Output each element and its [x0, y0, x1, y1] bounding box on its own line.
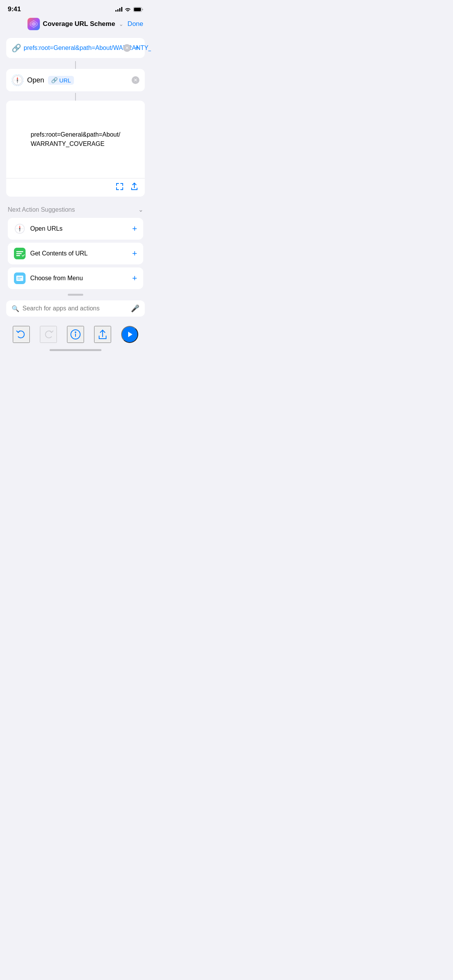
suggestions-chevron-icon[interactable]: ⌄ — [138, 206, 143, 213]
text-preview-content: prefs:root=General&path=About/WARRANTY_C… — [31, 130, 120, 149]
nav-bar: Coverage URL Scheme ⌄ Done — [0, 16, 151, 35]
suggestion-safari-icon — [14, 223, 26, 235]
app-icon — [27, 18, 40, 30]
svg-rect-22 — [16, 253, 22, 254]
search-input[interactable] — [22, 305, 128, 312]
signal-icon — [115, 7, 122, 12]
suggestion-choose-menu-icon — [14, 272, 26, 284]
safari-icon — [12, 74, 23, 86]
search-bar-wrapper: 🔍 🎤 — [0, 300, 151, 321]
suggestion-label-choose-menu: Choose from Menu — [30, 275, 127, 282]
wifi-icon — [125, 7, 131, 12]
url-pill-link-icon: 🔗 — [51, 77, 58, 83]
url-pill[interactable]: 🔗 URL — [48, 76, 74, 85]
url-pill-text: URL — [59, 77, 71, 84]
suggestion-get-contents-icon — [14, 248, 26, 259]
play-button[interactable] — [121, 326, 138, 343]
home-indicator — [50, 349, 101, 351]
suggestion-label-open-urls: Open URLs — [30, 225, 127, 232]
open-url-card: Open 🔗 URL ✕ — [6, 69, 145, 91]
main-content: 🔗 prefs:root=General&path=About/WARRANTY… — [0, 35, 151, 289]
svg-point-19 — [19, 228, 21, 230]
svg-point-11 — [17, 80, 18, 81]
nav-title: Coverage URL Scheme — [43, 20, 115, 28]
suggestions-header: Next Action Suggestions ⌄ — [8, 203, 143, 218]
expand-icon[interactable] — [115, 182, 124, 193]
suggestions-section: Next Action Suggestions ⌄ Open URLs + — [6, 203, 145, 289]
connector-line-2 — [75, 93, 76, 101]
open-url-clear-button[interactable]: ✕ — [132, 76, 139, 84]
suggestion-label-get-contents: Get Contents of URL — [30, 250, 127, 257]
status-bar: 9:41 — [0, 0, 151, 16]
undo-button[interactable] — [13, 326, 30, 343]
text-preview-footer — [6, 178, 145, 197]
url-text[interactable]: prefs:root=General&path=About/WARRANTY_C… — [24, 44, 121, 52]
mic-icon[interactable]: 🎤 — [131, 304, 139, 313]
redo-button[interactable] — [40, 326, 57, 343]
nav-title-group: Coverage URL Scheme ⌄ — [27, 18, 124, 30]
suggestion-add-open-urls[interactable]: + — [132, 224, 137, 234]
scroll-handle — [68, 294, 83, 296]
svg-point-31 — [75, 332, 76, 333]
suggestion-item-choose-menu[interactable]: Choose from Menu + — [8, 267, 143, 289]
status-icons — [115, 7, 143, 12]
link-icon: 🔗 — [12, 43, 21, 53]
suggestion-add-choose-menu[interactable]: + — [132, 273, 137, 283]
suggestion-item-open-urls[interactable]: Open URLs + — [8, 218, 143, 240]
open-label: Open — [27, 76, 44, 84]
text-preview-body: prefs:root=General&path=About/WARRANTY_C… — [6, 101, 145, 178]
search-bar[interactable]: 🔍 🎤 — [6, 300, 145, 317]
svg-rect-21 — [16, 251, 23, 252]
text-preview-card: prefs:root=General&path=About/WARRANTY_C… — [6, 101, 145, 197]
done-button[interactable]: Done — [127, 20, 143, 28]
svg-rect-26 — [16, 276, 23, 281]
svg-rect-27 — [17, 277, 22, 278]
share-icon[interactable] — [130, 182, 139, 193]
battery-icon — [133, 7, 143, 12]
connector-line — [75, 61, 76, 69]
svg-rect-28 — [17, 279, 21, 279]
share-button[interactable] — [94, 326, 111, 343]
status-time: 9:41 — [8, 5, 21, 13]
shortcuts-icon — [29, 20, 38, 28]
info-button[interactable] — [67, 326, 84, 343]
chevron-down-icon: ⌄ — [119, 21, 124, 27]
suggestions-title: Next Action Suggestions — [8, 206, 75, 213]
svg-marker-32 — [128, 332, 132, 337]
search-icon: 🔍 — [12, 305, 19, 312]
url-input-card: 🔗 prefs:root=General&path=About/WARRANTY… — [6, 38, 145, 58]
svg-rect-23 — [16, 255, 20, 256]
suggestion-item-get-contents[interactable]: Get Contents of URL + — [8, 243, 143, 264]
svg-marker-3 — [31, 22, 36, 26]
url-add-button[interactable]: + — [135, 44, 139, 53]
svg-rect-1 — [134, 8, 141, 11]
bottom-toolbar — [0, 321, 151, 346]
suggestion-add-get-contents[interactable]: + — [132, 248, 137, 259]
